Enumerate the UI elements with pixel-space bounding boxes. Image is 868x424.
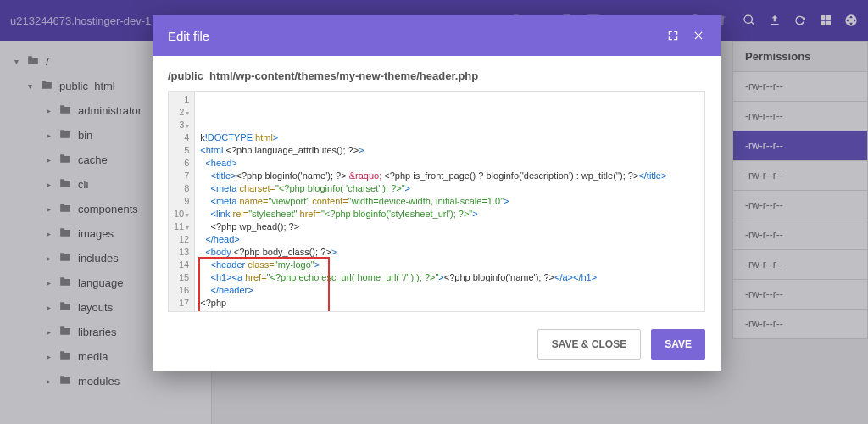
code-line[interactable]: </head> (200, 233, 699, 246)
code-line[interactable]: <?php wp_head(); ?> (200, 220, 699, 233)
highlight-box (198, 257, 330, 312)
code-line[interactable]: <meta name="viewport" content="width=dev… (200, 195, 699, 208)
code-line[interactable]: <meta charset="<?php bloginfo( 'charset'… (200, 182, 699, 195)
code-line[interactable]: <head> (200, 157, 699, 170)
save-button[interactable]: SAVE (651, 329, 705, 360)
file-path: /public_html/wp-content/themes/my-new-th… (153, 56, 721, 91)
close-icon[interactable] (692, 29, 705, 42)
code-line[interactable]: <html <?php language_attributes(); ?>> (200, 144, 699, 157)
edit-file-modal: Edit file /public_html/wp-content/themes… (153, 15, 721, 371)
save-and-close-button[interactable]: SAVE & CLOSE (537, 329, 641, 360)
code-line[interactable]: k!DOCTYPE html> (200, 131, 699, 144)
code-line[interactable]: <title><?php bloginfo('name'); ?> &raquo… (200, 170, 699, 182)
code-editor[interactable]: 12345678910111213141516171819 k!DOCTYPE … (168, 91, 705, 312)
fullscreen-icon[interactable] (666, 29, 680, 42)
code-line[interactable]: <link rel="stylesheet" href="<?php blogi… (200, 208, 699, 220)
editor-gutter: 12345678910111213141516171819 (169, 92, 195, 311)
modal-footer: SAVE & CLOSE SAVE (153, 321, 721, 371)
editor-code[interactable]: k!DOCTYPE html><html <?php language_attr… (195, 92, 704, 311)
modal-title: Edit file (168, 29, 209, 43)
modal-header: Edit file (153, 15, 721, 56)
